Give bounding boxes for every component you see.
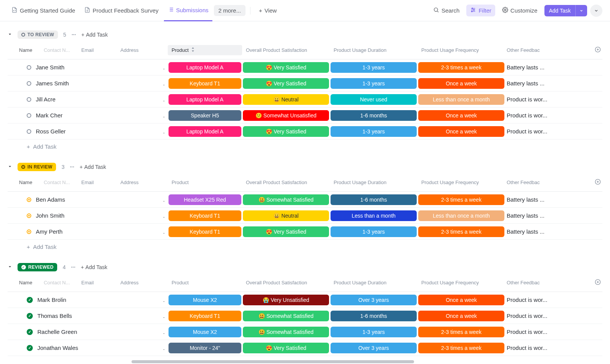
collapse-icon[interactable] <box>8 164 12 170</box>
table-row[interactable]: ✓Thomas Bells.Keyboard T1😃 Somewhat Sati… <box>8 308 602 324</box>
horizontal-scrollbar[interactable] <box>132 360 602 364</box>
satisfaction-pill[interactable]: 😍 Very Satisfied <box>243 78 329 89</box>
more-menu[interactable] <box>590 5 602 17</box>
table-row[interactable]: Amy Perth.Keyboard T1😍 Very Satisfied1-3… <box>8 224 602 240</box>
table-row[interactable]: Jane Smith.Laptop Model A😍 Very Satisfie… <box>8 59 602 75</box>
table-row[interactable]: James Smith.Keyboard T1😍 Very Satisfied1… <box>8 75 602 91</box>
add-task-group[interactable]: + Add Task <box>81 32 108 38</box>
tab-product-feedback[interactable]: Product Feedback Survey <box>80 4 162 17</box>
add-task-primary[interactable]: Add Task <box>544 5 587 16</box>
col-contact[interactable]: Contact N... <box>44 180 70 185</box>
product-pill[interactable]: Laptop Model A <box>169 126 241 137</box>
duration-pill[interactable]: 1-3 years <box>331 327 417 337</box>
frequency-pill[interactable]: 2-3 times a week <box>418 194 504 205</box>
product-pill[interactable]: Keyboard T1 <box>169 311 241 321</box>
satisfaction-pill[interactable]: 😀 Neutral <box>243 94 329 105</box>
col-frequency[interactable]: Product Usage Frequency <box>417 177 505 188</box>
sort-icon[interactable] <box>191 47 195 53</box>
tab-getting-started[interactable]: Getting Started Guide <box>8 4 79 17</box>
status-pill[interactable]: IN REVIEW <box>18 163 56 171</box>
satisfaction-pill[interactable]: 😍 Very Satisfied <box>243 226 329 237</box>
satisfaction-pill[interactable]: 😕 Somewhat Unsatisfied <box>243 110 329 121</box>
table-row[interactable]: Ross Geller.Laptop Model A😍 Very Satisfi… <box>8 123 602 140</box>
frequency-pill[interactable]: Less than once a month <box>418 210 504 221</box>
add-column-icon[interactable] <box>595 279 601 286</box>
duration-pill[interactable]: Less than a month <box>331 210 417 221</box>
col-duration[interactable]: Product Usage Duration <box>330 177 417 188</box>
status-pill[interactable]: ✓REVIEWED <box>18 263 57 271</box>
satisfaction-pill[interactable]: 😭 Very Unsatisfied <box>243 295 329 305</box>
col-product[interactable]: Product <box>168 177 242 188</box>
col-name[interactable]: Name <box>19 47 32 53</box>
satisfaction-pill[interactable]: 😀 Neutral <box>243 210 329 221</box>
tab-submissions[interactable]: Submissions <box>164 0 212 21</box>
filter-button[interactable]: Filter <box>466 5 495 16</box>
col-duration[interactable]: Product Usage Duration <box>330 45 417 55</box>
col-address[interactable]: Address <box>120 280 139 285</box>
add-task-group[interactable]: + Add Task <box>80 164 106 170</box>
customize-button[interactable]: Customize <box>498 5 541 16</box>
add-task-row[interactable]: +Add Task <box>8 240 602 254</box>
product-pill[interactable]: Keyboard T1 <box>169 226 241 237</box>
frequency-pill[interactable]: Less than once a month <box>418 94 504 105</box>
table-row[interactable]: Jill Acre.Laptop Model A😀 NeutralNever u… <box>8 91 602 107</box>
satisfaction-pill[interactable]: 😃 Somewhat Satisfied <box>243 311 329 321</box>
col-address[interactable]: Address <box>120 180 139 185</box>
add-task-group[interactable]: + Add Task <box>81 264 108 270</box>
product-pill[interactable]: Mouse X2 <box>169 295 241 305</box>
group-more-icon[interactable]: ··· <box>71 264 75 270</box>
search-button[interactable]: Search <box>429 5 464 16</box>
col-other[interactable]: Other Feedbac <box>505 277 602 289</box>
status-pill[interactable]: TO REVIEW <box>18 30 58 39</box>
col-name[interactable]: Name <box>19 280 32 285</box>
satisfaction-pill[interactable]: 😃 Somewhat Satisfied <box>243 327 329 337</box>
table-row[interactable]: ✓Mark Brolin.Mouse X2😭 Very UnsatisfiedO… <box>8 292 602 308</box>
col-other[interactable]: Other Feedbac <box>505 176 602 188</box>
col-satisfaction[interactable]: Overall Product Satisfaction <box>242 177 330 188</box>
col-frequency[interactable]: Product Usage Frequency <box>417 277 505 288</box>
chevron-down-icon[interactable] <box>575 5 587 16</box>
add-task-row[interactable]: +Add Task <box>8 140 602 154</box>
add-view[interactable]: + View <box>255 4 281 17</box>
collapse-icon[interactable] <box>8 264 12 270</box>
satisfaction-pill[interactable]: 😍 Very Satisfied <box>243 126 329 137</box>
duration-pill[interactable]: Never used <box>331 94 417 105</box>
duration-pill[interactable]: Over 3 years <box>331 295 417 305</box>
col-satisfaction[interactable]: Overall Product Satisfaction <box>242 45 330 55</box>
product-pill[interactable]: Headset X25 Red <box>169 194 241 205</box>
satisfaction-pill[interactable]: 😍 Very Satisfied <box>243 62 329 73</box>
duration-pill[interactable]: 1-3 years <box>331 226 417 237</box>
duration-pill[interactable]: 1-3 years <box>331 126 417 137</box>
group-more-icon[interactable]: ··· <box>72 32 76 38</box>
duration-pill[interactable]: 1-3 years <box>331 62 417 73</box>
tabs-more[interactable]: 2 more... <box>214 5 246 16</box>
satisfaction-pill[interactable]: 😍 Very Satisfied <box>243 343 329 353</box>
table-row[interactable]: Mark Cher.Speaker H5😕 Somewhat Unsatisfi… <box>8 107 602 123</box>
col-duration[interactable]: Product Usage Duration <box>330 277 417 288</box>
col-satisfaction[interactable]: Overall Product Satisfaction <box>242 277 330 288</box>
frequency-pill[interactable]: 2-3 times a week <box>418 62 504 73</box>
duration-pill[interactable]: 1-6 months <box>331 194 417 205</box>
product-pill[interactable]: Keyboard T1 <box>169 78 241 89</box>
add-column-icon[interactable] <box>595 179 601 186</box>
product-pill[interactable]: Speaker H5 <box>169 110 241 121</box>
col-email[interactable]: Email <box>81 47 94 53</box>
col-email[interactable]: Email <box>81 280 94 285</box>
frequency-pill[interactable]: Once a week <box>418 295 504 305</box>
col-name[interactable]: Name <box>19 180 32 185</box>
product-pill[interactable]: Monitor - 24" <box>169 343 241 353</box>
frequency-pill[interactable]: 2-3 times a week <box>418 327 504 337</box>
collapse-icon[interactable] <box>8 32 12 38</box>
table-row[interactable]: John Smith.Keyboard T1😀 NeutralLess than… <box>8 208 602 224</box>
duration-pill[interactable]: 1-3 years <box>331 78 417 89</box>
frequency-pill[interactable]: Once a week <box>418 110 504 121</box>
table-row[interactable]: Ben Adams.Headset X25 Red😃 Somewhat Sati… <box>8 192 602 208</box>
add-column-icon[interactable] <box>595 47 601 54</box>
product-pill[interactable]: Mouse X2 <box>169 327 241 337</box>
product-pill[interactable]: Laptop Model A <box>169 94 241 105</box>
frequency-pill[interactable]: Once a week <box>418 126 504 137</box>
col-product[interactable]: Product <box>168 277 242 288</box>
col-other[interactable]: Other Feedbac <box>505 44 602 56</box>
frequency-pill[interactable]: 2-3 times a week <box>418 343 504 353</box>
col-address[interactable]: Address <box>120 47 139 53</box>
